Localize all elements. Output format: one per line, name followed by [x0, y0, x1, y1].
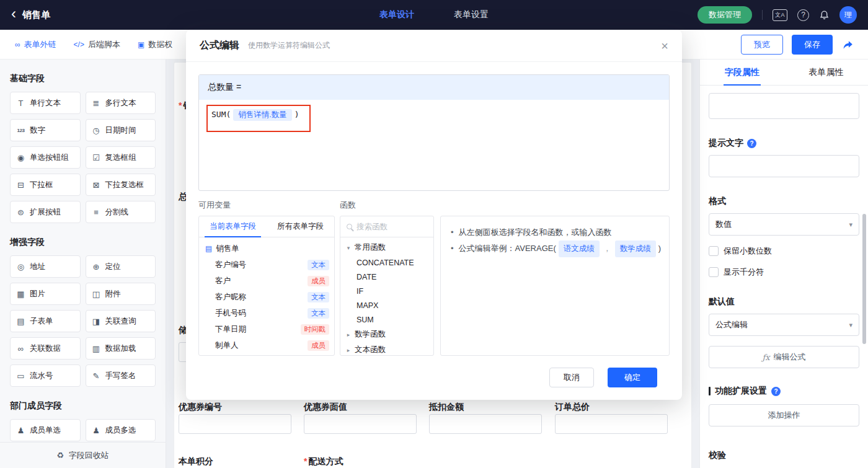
function-date[interactable]: DATE [340, 270, 433, 284]
field-data-load[interactable]: ▥数据加载 [86, 337, 156, 360]
field-number[interactable]: 123数字 [10, 119, 81, 141]
field-chip[interactable]: 销售详情.数量 [233, 109, 291, 121]
field-extend-button[interactable]: ⊜扩展按钮 [10, 201, 81, 223]
top-header: ‹ 销售单 表单设计 表单设置 数据管理 文A ? 理 [0, 0, 868, 30]
help-line-2: •公式编辑举例：AVERAGE(语文成绩，数学成绩) [451, 241, 659, 257]
preview-button[interactable]: 预览 [741, 35, 783, 55]
function-search-input[interactable] [356, 223, 427, 231]
function-concatenate[interactable]: CONCATENATE [340, 255, 433, 270]
thousand-separator-checkbox[interactable]: 显示千分符 [709, 267, 859, 278]
format-select[interactable]: 数值▾ [709, 213, 859, 236]
function-search[interactable] [340, 216, 433, 237]
variable-row[interactable]: 下单日期时间戳 [199, 321, 334, 337]
formula-input-area[interactable]: SUM(销售详情.数量) [199, 100, 669, 191]
translate-icon[interactable]: 文A [773, 9, 787, 21]
variable-name: 客户编号 [215, 260, 246, 270]
field-select[interactable]: ⊟下拉框 [10, 174, 81, 196]
field-recycle-bin[interactable]: ♻ 字段回收站 [0, 442, 166, 468]
variable-row[interactable]: 客户编号文本 [199, 257, 334, 273]
field-datetime[interactable]: ◷日期时间 [86, 119, 156, 141]
edit-formula-button[interactable]: ƒx编辑公式 [709, 346, 859, 368]
hint-help-icon[interactable]: ? [747, 139, 756, 148]
deduct-amount-input[interactable] [429, 414, 542, 434]
field-label: 复选框组 [105, 152, 136, 163]
field-multi-text[interactable]: ≣多行文本 [86, 92, 156, 114]
default-value: 公式编辑 [715, 319, 748, 330]
avatar[interactable]: 理 [839, 6, 857, 24]
member-single-icon: ♟ [16, 426, 26, 435]
field-checkbox-group[interactable]: ☑复选框组 [86, 146, 156, 169]
tab-field-properties[interactable]: 字段属性 [700, 60, 784, 85]
modal-footer: 取消 确定 [198, 356, 670, 387]
panel-scrollbar[interactable] [862, 214, 866, 344]
tab-form-design[interactable]: 表单设计 [379, 9, 414, 20]
field-linked-query[interactable]: ◨关联查询 [86, 310, 156, 332]
properties-tabs: 字段属性 表单属性 [700, 60, 868, 86]
function-mapx[interactable]: MAPX [340, 298, 433, 312]
button-label: 编辑公式 [774, 351, 806, 363]
hint-text-label: 提示文字? [709, 138, 859, 149]
field-member-single[interactable]: ♟成员单选 [10, 419, 81, 441]
publish-share-icon[interactable] [841, 38, 853, 50]
field-member-multi[interactable]: ♟成员多选 [86, 419, 156, 441]
variable-row[interactable]: 客户成员 [199, 273, 334, 289]
keep-decimal-checkbox[interactable]: 保留小数位数 [709, 245, 859, 257]
field-image[interactable]: ▦图片 [10, 283, 81, 305]
group-label: 常用函数 [355, 242, 386, 253]
field-location[interactable]: ⊕定位 [86, 255, 156, 278]
bell-icon[interactable] [819, 10, 830, 20]
tab-form-properties[interactable]: 表单属性 [784, 60, 868, 85]
back-icon[interactable]: ‹ [11, 6, 16, 21]
page-title: 销售单 [22, 9, 50, 21]
props-top-input[interactable] [709, 93, 859, 119]
field-single-text[interactable]: T单行文本 [10, 92, 81, 114]
field-radio-group[interactable]: ◉单选按钮组 [10, 146, 81, 169]
tab-form-settings[interactable]: 表单设置 [454, 9, 489, 20]
field-linked-data[interactable]: ∞关联数据 [10, 337, 81, 360]
tab-current-form-fields[interactable]: 当前表单字段 [199, 216, 267, 237]
field-label: 附件 [105, 289, 121, 299]
group-common-functions[interactable]: ▾常用函数 [340, 240, 433, 255]
tab-all-form-fields[interactable]: 所有表单字段 [267, 216, 334, 237]
field-attachment[interactable]: ◫附件 [86, 283, 156, 305]
function-if[interactable]: IF [340, 284, 433, 298]
save-button[interactable]: 保存 [792, 35, 833, 55]
group-text-functions[interactable]: ▸文本函数 [340, 342, 433, 356]
section-member-fields: 部门成员字段 [10, 400, 156, 412]
checkbox-box [709, 267, 719, 277]
field-divider[interactable]: ≡分割线 [86, 201, 156, 223]
points-label: 本单积分 [179, 456, 213, 467]
coupon-number-input[interactable] [179, 414, 291, 434]
form-external-link-button[interactable]: ∞ 表单外链 [15, 39, 56, 50]
field-label: 下拉复选框 [105, 180, 144, 190]
field-address[interactable]: ◎地址 [10, 255, 81, 278]
radio-icon: ◉ [16, 153, 26, 162]
variable-row[interactable]: 客户昵称文本 [199, 289, 334, 305]
default-value-select[interactable]: 公式编辑▾ [709, 314, 859, 336]
help-icon[interactable]: ? [797, 9, 809, 21]
variable-row[interactable]: 制单人成员 [199, 337, 334, 353]
document-icon: ▤ [205, 244, 212, 253]
field-multi-select[interactable]: ⊠下拉复选框 [86, 174, 156, 196]
hint-text-input[interactable] [709, 155, 859, 177]
group-math-functions[interactable]: ▸数学函数 [340, 327, 433, 342]
order-total-input[interactable] [555, 414, 668, 434]
field-serial-number[interactable]: ▭流水号 [10, 364, 81, 387]
field-subform[interactable]: ▤子表单 [10, 310, 81, 332]
extension-help-icon[interactable]: ? [771, 387, 781, 396]
coupon-value-input[interactable] [304, 414, 417, 434]
form-root-node[interactable]: ▤销售单 [199, 241, 334, 257]
close-icon[interactable]: × [661, 40, 668, 52]
section-enhanced-fields: 增强字段 [10, 237, 156, 248]
backend-script-button[interactable]: </> 后端脚本 [74, 39, 120, 50]
variable-row[interactable]: 手机号码文本 [199, 305, 334, 321]
coupon-value-label: 优惠券面值 [304, 402, 347, 413]
function-sum[interactable]: SUM [340, 312, 433, 327]
button-label: 添加操作 [768, 410, 800, 421]
data-manage-button[interactable]: 数据管理 [698, 6, 752, 24]
confirm-button[interactable]: 确定 [608, 368, 657, 387]
cancel-button[interactable]: 取消 [549, 368, 594, 387]
add-action-button[interactable]: 添加操作 [709, 404, 859, 426]
field-signature[interactable]: ✎手写签名 [86, 364, 156, 387]
data-permission-button[interactable]: ▣ 数据权 [138, 39, 172, 50]
